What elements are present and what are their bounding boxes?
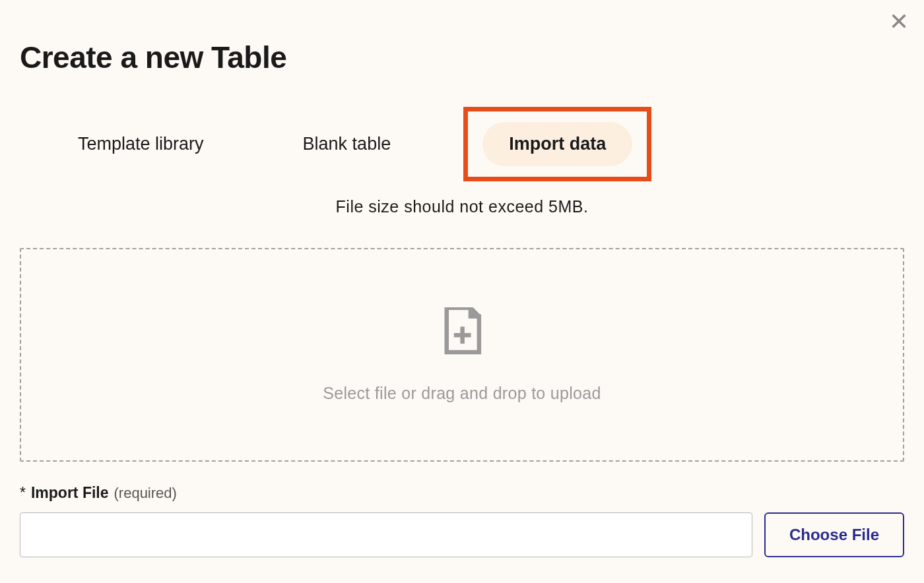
page-title: Create a new Table <box>20 40 904 75</box>
import-file-input[interactable] <box>20 512 752 557</box>
svg-rect-3 <box>454 332 471 336</box>
choose-file-button[interactable]: Choose File <box>764 512 904 557</box>
dropzone-text: Select file or drag and drop to upload <box>323 384 601 403</box>
add-file-icon <box>442 307 482 359</box>
import-file-required-text: (required) <box>114 485 177 502</box>
tabs: Template library Blank table Import data <box>20 107 904 181</box>
import-file-label-text: Import File <box>31 484 109 502</box>
file-size-hint: File size should not exceed 5MB. <box>20 197 904 216</box>
required-asterisk: * <box>20 484 26 502</box>
tab-blank-table[interactable]: Blank table <box>277 122 418 166</box>
tab-import-data[interactable]: Import data <box>482 122 632 166</box>
tab-highlight: Import data <box>463 107 651 181</box>
modal-container: Create a new Table Template library Blan… <box>0 0 924 577</box>
file-dropzone[interactable]: Select file or drag and drop to upload <box>20 248 904 462</box>
close-button[interactable] <box>890 12 908 33</box>
tab-template-library[interactable]: Template library <box>51 122 230 166</box>
import-file-row: Choose File <box>20 512 904 557</box>
import-file-label: * Import File (required) <box>20 484 904 502</box>
close-icon <box>890 12 908 30</box>
